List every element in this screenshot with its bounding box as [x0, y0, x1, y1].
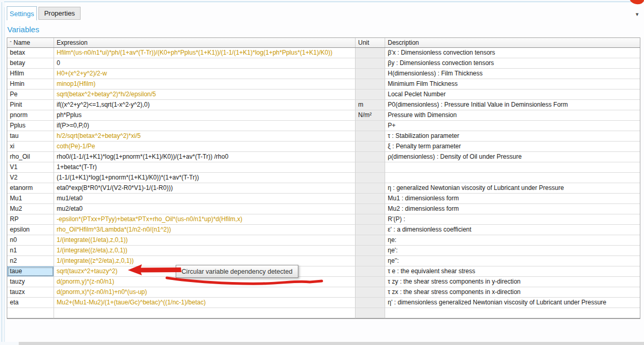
- expression-cell[interactable]: minop1(Hfilm): [54, 79, 356, 90]
- description-cell[interactable]: R'(P) :: [385, 214, 640, 225]
- name-cell[interactable]: tauzx: [7, 287, 54, 298]
- expression-cell[interactable]: if((x^2+y^2)<=1,sqrt(1-x^2-y^2),0): [54, 100, 356, 110]
- name-cell[interactable]: Hmin: [7, 79, 54, 90]
- horizontal-scrollbar[interactable]: [19, 342, 644, 345]
- column-header-name[interactable]: ”Name: [7, 38, 54, 47]
- chevron-down-icon[interactable]: ▾: [636, 11, 639, 18]
- expression-cell[interactable]: (1-1/(1+K1)*log(1+pnorm*(1+K1)/K0))*(1+a…: [54, 173, 356, 183]
- expression-cell[interactable]: rho_Oil*Hfilm^3/Lambda*(1/n2-n0/(n1^2)): [54, 225, 356, 235]
- unit-cell[interactable]: [356, 194, 385, 204]
- name-cell[interactable]: taue: [7, 266, 54, 277]
- column-header-description[interactable]: Description: [385, 38, 640, 47]
- expression-cell[interactable]: Hfilm*(us-n0/n1*ui)*ph/(1+av*(T-Tr))/(K0…: [54, 48, 356, 58]
- description-cell[interactable]: τ : Stabilization parameter: [385, 131, 640, 142]
- unit-cell[interactable]: m: [356, 100, 385, 110]
- expression-cell[interactable]: if(P>=0,P,0): [54, 121, 356, 131]
- name-cell[interactable]: n2: [7, 256, 54, 266]
- description-cell[interactable]: β'x : Dimensionless convection tensors: [385, 48, 640, 58]
- expression-cell[interactable]: mu2/eta0: [54, 204, 356, 214]
- name-cell[interactable]: V2: [7, 173, 54, 183]
- description-cell[interactable]: P0(dimensionless) : Pressure Initial Val…: [385, 100, 640, 110]
- expression-cell[interactable]: Mu2+(Mu1-Mu2)/(1+(taue/Gc)^betac)^((1/nc…: [54, 298, 356, 308]
- unit-cell[interactable]: [356, 308, 385, 318]
- description-cell[interactable]: ξ : Penalty term parameter: [385, 142, 640, 152]
- expression-cell[interactable]: 1/(integrate((1/eta),z,0,1)): [54, 235, 356, 246]
- unit-cell[interactable]: [356, 256, 385, 266]
- description-cell[interactable]: η : generalized Newtonian viscosity of L…: [385, 183, 640, 194]
- unit-cell[interactable]: [356, 90, 385, 100]
- expression-cell[interactable]: H0+(x^2+y^2)/2-w: [54, 69, 356, 79]
- unit-cell[interactable]: [356, 58, 385, 69]
- unit-cell[interactable]: [356, 142, 385, 152]
- expression-cell[interactable]: 1+betac*(T-Tr): [54, 162, 356, 173]
- name-cell[interactable]: epsilon: [7, 225, 54, 235]
- expression-cell[interactable]: sqrt(betax^2+betay^2)*h/2/epsilon/5: [54, 90, 356, 100]
- expression-cell[interactable]: eta0*exp(B*R0*(V1/(V2-R0*V1)-1/(1-R0))): [54, 183, 356, 194]
- description-cell[interactable]: τ e : the equivalent shear stress: [385, 266, 640, 277]
- name-cell[interactable]: etanorm: [7, 183, 54, 194]
- unit-cell[interactable]: [356, 48, 385, 58]
- description-cell[interactable]: Mu2 : dimensionless form: [385, 204, 640, 214]
- name-cell[interactable]: RP: [7, 214, 54, 225]
- name-cell[interactable]: eta: [7, 298, 54, 308]
- expression-cell[interactable]: mu1/eta0: [54, 194, 356, 204]
- expression-cell[interactable]: d(pnorm,y)*(z-n0/n1): [54, 277, 356, 287]
- unit-cell[interactable]: [356, 225, 385, 235]
- name-cell[interactable]: Pplus: [7, 121, 54, 131]
- unit-cell[interactable]: N/m²: [356, 110, 385, 121]
- expression-cell[interactable]: 1/(integrate((z/eta),z,0,1)): [54, 246, 356, 256]
- description-cell[interactable]: [385, 308, 640, 318]
- description-cell[interactable]: ε' : a dimensionless coefficient: [385, 225, 640, 235]
- expression-cell[interactable]: -epsilon*(PTxx+PTyy)+betax*PTx+rho_Oil*(…: [54, 214, 356, 225]
- description-cell[interactable]: Minimium Film Thickness: [385, 79, 640, 90]
- unit-cell[interactable]: [356, 277, 385, 287]
- description-cell[interactable]: ρ(dimensionless) : Density of Oil under …: [385, 152, 640, 162]
- name-cell[interactable]: tau: [7, 131, 54, 142]
- unit-cell[interactable]: [356, 152, 385, 162]
- description-cell[interactable]: [385, 173, 640, 183]
- name-cell[interactable]: tauzy: [7, 277, 54, 287]
- description-cell[interactable]: Pressure with Dimension: [385, 110, 640, 121]
- description-cell[interactable]: η' : dimensionless generalized Newtonian…: [385, 298, 640, 308]
- description-cell[interactable]: ηe':: [385, 246, 640, 256]
- unit-cell[interactable]: [356, 121, 385, 131]
- name-cell[interactable]: betax: [7, 48, 54, 58]
- name-cell[interactable]: n1: [7, 246, 54, 256]
- expression-cell[interactable]: 0: [54, 58, 356, 69]
- expression-cell[interactable]: ph*Pplus: [54, 110, 356, 121]
- name-cell[interactable]: pnorm: [7, 110, 54, 121]
- name-cell[interactable]: Pe: [7, 90, 54, 100]
- column-header-expression[interactable]: Expression: [54, 38, 356, 47]
- description-cell[interactable]: ηe:: [385, 235, 640, 246]
- name-cell[interactable]: Hfilm: [7, 69, 54, 79]
- description-cell[interactable]: βy : Dimensionless convection tensors: [385, 58, 640, 69]
- unit-cell[interactable]: [356, 162, 385, 173]
- unit-cell[interactable]: [356, 204, 385, 214]
- description-cell[interactable]: ηe'':: [385, 256, 640, 266]
- name-cell[interactable]: Pinit: [7, 100, 54, 110]
- unit-cell[interactable]: [356, 235, 385, 246]
- unit-cell[interactable]: [356, 266, 385, 277]
- unit-cell[interactable]: [356, 173, 385, 183]
- unit-cell[interactable]: [356, 69, 385, 79]
- description-cell[interactable]: P+: [385, 121, 640, 131]
- expression-cell[interactable]: [54, 308, 356, 318]
- description-cell[interactable]: [385, 162, 640, 173]
- unit-cell[interactable]: [356, 287, 385, 298]
- name-cell[interactable]: V1: [7, 162, 54, 173]
- unit-cell[interactable]: [356, 131, 385, 142]
- column-header-unit[interactable]: Unit: [356, 38, 385, 47]
- expression-cell[interactable]: h/2/sqrt(betax^2+betay^2)*xi/5: [54, 131, 356, 142]
- name-cell[interactable]: betay: [7, 58, 54, 69]
- unit-cell[interactable]: [356, 79, 385, 90]
- name-cell[interactable]: Mu1: [7, 194, 54, 204]
- unit-cell[interactable]: [356, 298, 385, 308]
- unit-cell[interactable]: [356, 246, 385, 256]
- expression-cell[interactable]: coth(Pe)-1/Pe: [54, 142, 356, 152]
- expression-cell[interactable]: d(pnorm,x)*(z-n0/n1)+n0*(us-up): [54, 287, 356, 298]
- name-cell[interactable]: n0: [7, 235, 54, 246]
- description-cell[interactable]: τ zx : the shear stress components in x-…: [385, 287, 640, 298]
- unit-cell[interactable]: [356, 214, 385, 225]
- name-cell[interactable]: xi: [7, 142, 54, 152]
- description-cell[interactable]: Local Peclet Number: [385, 90, 640, 100]
